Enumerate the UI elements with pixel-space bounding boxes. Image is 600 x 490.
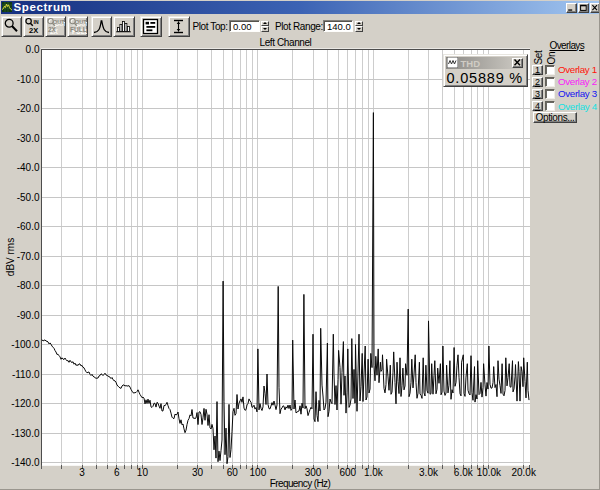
svg-text:FULL: FULL [70,26,87,33]
svg-text:2X: 2X [48,26,57,33]
svg-text:IN: IN [34,19,39,25]
svg-text:3.0k: 3.0k [419,467,439,478]
svg-text:20.0k: 20.0k [511,467,536,478]
svg-text:OUT: OUT [75,19,87,25]
svg-text:Frequency (Hz): Frequency (Hz) [270,478,331,489]
svg-text:6.0k: 6.0k [454,467,474,478]
svg-text:On: On [546,52,557,65]
svg-text:-120.0: -120.0 [11,398,40,409]
svg-text:600: 600 [339,467,356,478]
svg-text:-130.0: -130.0 [11,428,40,439]
svg-text:OUT: OUT [53,19,65,25]
svg-text:10.0k: 10.0k [477,467,502,478]
svg-text:-70.0: -70.0 [17,251,40,262]
svg-text:1.0k: 1.0k [364,467,384,478]
svg-text:3: 3 [79,467,85,478]
svg-text:-10.0: -10.0 [17,74,40,85]
svg-text:-110.0: -110.0 [12,369,40,380]
svg-text:-30.0: -30.0 [17,133,40,144]
svg-text:Set: Set [533,50,544,64]
svg-text:6: 6 [114,467,120,478]
svg-text:-100.0: -100.0 [11,339,40,350]
svg-text:10: 10 [137,467,149,478]
svg-text:30: 30 [192,467,204,478]
svg-text:-20.0: -20.0 [17,103,40,114]
svg-text:-90.0: -90.0 [17,310,40,321]
svg-text:60: 60 [227,467,239,478]
svg-text:Left Channel: Left Channel [260,37,312,48]
svg-text:dBV rms: dBV rms [5,238,16,276]
svg-text:-140.0: -140.0 [11,457,40,468]
svg-text:-40.0: -40.0 [17,162,40,173]
svg-text:-80.0: -80.0 [17,280,40,291]
svg-text:300: 300 [305,467,322,478]
svg-text:2X: 2X [29,26,38,35]
svg-text:100: 100 [250,467,267,478]
svg-text:-50.0: -50.0 [17,192,40,203]
svg-text:-60.0: -60.0 [17,221,40,232]
svg-text:0.0: 0.0 [26,44,40,55]
